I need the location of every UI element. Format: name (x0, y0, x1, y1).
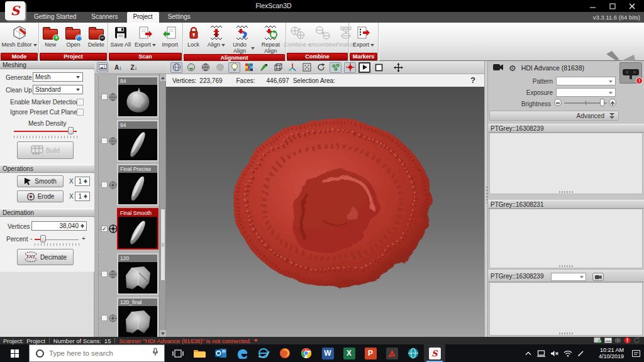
lock-button[interactable]: Lock (184, 25, 203, 48)
rotate-view-icon[interactable] (315, 62, 327, 73)
shaded-mesh-view-icon[interactable] (170, 62, 182, 73)
mesh-editor-button[interactable]: Mesh Editor (1, 25, 38, 48)
tab-scanners[interactable]: Scanners (85, 12, 124, 23)
alignment-marker-icon[interactable] (344, 62, 356, 73)
scan-thumbnail[interactable]: 84 (117, 76, 158, 118)
scan-select-checkbox[interactable] (101, 182, 108, 188)
edge-icon[interactable] (231, 344, 253, 362)
mesh-density-slider[interactable] (68, 127, 74, 134)
camera-icon[interactable] (493, 62, 504, 74)
pattern-select[interactable] (556, 77, 616, 85)
smooth-count-spinner[interactable]: 1 (75, 177, 90, 186)
globe-app-icon[interactable] (402, 344, 424, 362)
powerpoint-icon[interactable]: P (360, 344, 381, 362)
brightness-slider[interactable] (600, 99, 604, 106)
volume-muted-icon[interactable] (548, 344, 561, 362)
vertices-spinner[interactable]: 38,040 (31, 221, 87, 231)
pen-icon[interactable] (574, 344, 587, 362)
build-button[interactable]: Build (17, 141, 74, 159)
undo-align-button[interactable]: Undo Align (230, 25, 255, 54)
delete-project-button[interactable]: − Delete (85, 25, 108, 48)
sphere-tool-icon[interactable] (614, 337, 621, 345)
tab-getting-started[interactable]: Getting Started (28, 12, 82, 23)
lighting-toggle-icon[interactable] (228, 62, 240, 73)
alert-icon[interactable] (624, 337, 631, 345)
wifi-icon[interactable] (561, 344, 574, 362)
image-icon[interactable] (604, 337, 612, 344)
tray-device-icon[interactable] (535, 344, 548, 362)
task-view-button[interactable] (167, 344, 189, 362)
repeat-align-button[interactable]: Repeat Align (257, 25, 284, 54)
action-center-icon[interactable] (628, 344, 644, 362)
acrobat-icon[interactable] (381, 344, 402, 362)
mesh-sphere-icon[interactable] (109, 92, 117, 104)
scrollbar-handle[interactable] (160, 209, 165, 281)
erode-count-spinner[interactable]: 1 (75, 192, 90, 201)
scan-thumbnail[interactable]: 120_final (117, 297, 158, 339)
brightness-decrease-button[interactable] (554, 99, 562, 106)
clean-tool-icon[interactable] (257, 62, 269, 73)
markers-toggle-icon[interactable] (330, 62, 341, 73)
new-project-button[interactable]: + New (39, 25, 62, 48)
close-button[interactable] (622, 0, 641, 12)
firefox-icon[interactable] (274, 344, 296, 362)
texture-map-icon[interactable] (243, 62, 255, 73)
exposure-select[interactable] (556, 88, 616, 97)
camera-section-header[interactable]: PTGrey::16308231 (488, 200, 644, 209)
scroll-up-icon[interactable] (160, 74, 166, 81)
taskbar-search[interactable] (29, 344, 165, 362)
scan-thumbnail[interactable]: 120 (117, 253, 158, 295)
import-button[interactable]: Import (158, 25, 181, 48)
bounding-box-icon[interactable] (272, 62, 284, 73)
selection-rect-icon[interactable] (373, 62, 385, 73)
textured-view-icon[interactable] (185, 62, 197, 73)
scan-select-checkbox[interactable] (101, 271, 108, 277)
sort-descending-button[interactable]: Z↓ (128, 62, 140, 72)
scan-select-checkbox[interactable] (101, 94, 108, 100)
decimate-button[interactable]: Decimate (17, 249, 74, 265)
camera-section-header[interactable]: PTGrey::16308239 (488, 270, 644, 282)
minimize-button[interactable] (583, 0, 602, 12)
help-button[interactable]: ? (470, 75, 475, 85)
tray-chevron-icon[interactable] (521, 344, 535, 362)
tab-settings[interactable]: Settings (162, 12, 197, 23)
erode-button[interactable]: Erode (17, 190, 64, 202)
microphone-icon[interactable] (152, 348, 158, 359)
warning-dropdown-icon[interactable] (254, 339, 258, 342)
advanced-toggle[interactable]: Advanced (489, 111, 619, 121)
scan-list-scrollbar[interactable] (159, 74, 165, 337)
align-button[interactable]: Align (205, 25, 228, 48)
smooth-button[interactable]: Smooth (17, 175, 64, 187)
pan-tool-icon[interactable] (392, 62, 404, 73)
cleanup-select[interactable]: Standard (33, 85, 83, 94)
refresh-icon[interactable] (633, 337, 640, 345)
points-view-icon[interactable] (214, 62, 226, 73)
add-card-icon[interactable] (594, 337, 602, 344)
gear-icon[interactable]: ⚙ (509, 64, 516, 72)
mesh-sphere-icon[interactable] (109, 270, 117, 281)
word-icon[interactable]: W (317, 344, 338, 362)
scan-thumbnail[interactable]: 94 (117, 120, 158, 162)
save-all-button[interactable]: Save All (109, 25, 132, 48)
camera-section-header[interactable]: PTGrey::16308239 (488, 124, 644, 133)
flexscan3d-taskbar-icon[interactable]: S (424, 344, 445, 362)
coin-3d-model[interactable] (229, 114, 436, 295)
sort-ascending-button[interactable]: A↓ (113, 62, 124, 72)
tab-project[interactable]: Project (127, 12, 159, 23)
outlook-icon[interactable] (210, 344, 231, 362)
scan-thumbnail[interactable]: Final Precise (117, 164, 158, 206)
wheel-icon[interactable] (109, 314, 117, 325)
maximize-button[interactable] (602, 0, 622, 12)
scan-select-checkbox[interactable] (101, 138, 108, 144)
marker-detection-checkbox[interactable] (77, 99, 84, 106)
start-button[interactable] (0, 344, 29, 362)
open-project-button[interactable]: ◠ Open (62, 25, 84, 48)
mesh-sphere-icon[interactable] (109, 136, 117, 148)
thumbnail-view-icon[interactable] (97, 62, 108, 72)
uncombine-button[interactable]: Uncombine (309, 25, 336, 48)
generate-select[interactable]: Mesh (33, 72, 83, 82)
brightness-increase-button[interactable] (609, 99, 616, 106)
crosshair-sphere-icon[interactable] (109, 224, 118, 236)
wheel-icon[interactable] (109, 180, 117, 192)
axis-indicator-icon[interactable] (286, 62, 298, 73)
